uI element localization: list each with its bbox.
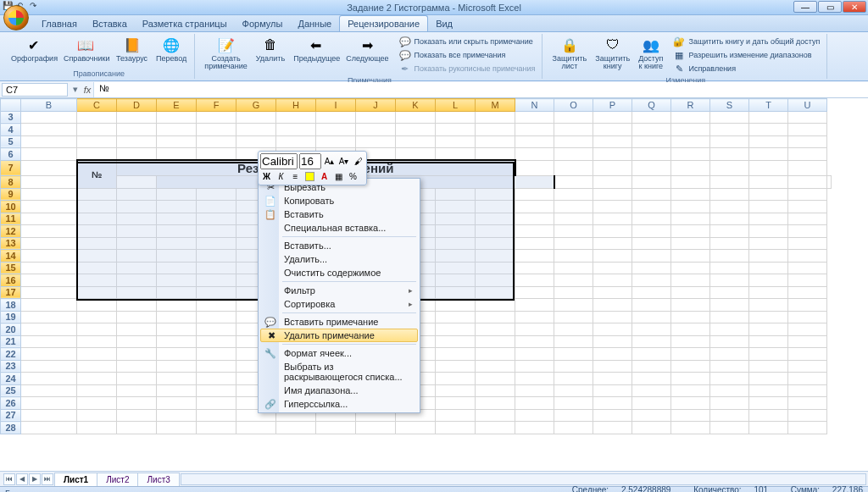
cell-C20[interactable] xyxy=(77,323,117,336)
cell-I28[interactable] xyxy=(316,422,356,434)
cell-J7[interactable] xyxy=(593,160,632,176)
cell-O24[interactable] xyxy=(554,373,593,385)
font-name-input[interactable] xyxy=(260,153,298,169)
cell-P9[interactable] xyxy=(593,188,632,201)
cell-L25[interactable] xyxy=(436,384,476,397)
cell-O9[interactable] xyxy=(554,188,593,201)
cell-S12[interactable] xyxy=(710,225,749,238)
cell-D11[interactable] xyxy=(117,213,157,225)
cell-O17[interactable] xyxy=(554,286,593,299)
cell-T27[interactable] xyxy=(749,409,788,422)
cell-F7[interactable] xyxy=(515,160,554,176)
cell-E26[interactable] xyxy=(157,397,197,410)
cell-F23[interactable] xyxy=(197,360,236,373)
row-9[interactable]: 9 xyxy=(1,188,21,201)
formula-input[interactable]: № xyxy=(93,82,868,97)
cell-E3[interactable] xyxy=(157,111,197,124)
cell-Q20[interactable] xyxy=(632,323,671,336)
cell-D6[interactable] xyxy=(117,148,157,161)
row-16[interactable]: 16 xyxy=(1,274,21,287)
cell-F25[interactable] xyxy=(197,384,236,397)
cell-Q5[interactable] xyxy=(632,135,671,148)
cell-Q8[interactable] xyxy=(749,176,788,189)
italic-button[interactable]: К xyxy=(275,170,287,183)
cell-D20[interactable] xyxy=(117,323,157,336)
name-box[interactable] xyxy=(2,83,68,97)
cell-L14[interactable] xyxy=(436,250,476,263)
cell-U5[interactable] xyxy=(788,135,827,148)
cell-D16[interactable] xyxy=(117,274,157,287)
cell-R15[interactable] xyxy=(671,262,710,274)
cell-U10[interactable] xyxy=(788,201,827,213)
bold-button[interactable]: Ж xyxy=(260,170,273,183)
cell-P18[interactable] xyxy=(593,299,632,312)
allow-ranges-button[interactable]: ▦ Разрешить изменение диапазонов xyxy=(671,48,821,62)
cell-B7[interactable] xyxy=(21,160,77,176)
cell-E21[interactable] xyxy=(157,335,197,348)
cell-I4[interactable] xyxy=(316,124,356,136)
sheet-nav-last[interactable]: ⏭ xyxy=(42,473,53,485)
cell-N21[interactable] xyxy=(515,335,554,348)
ctx-add-comment[interactable]: 💬Вставить примечание xyxy=(260,315,418,329)
cell-O26[interactable] xyxy=(554,397,593,410)
cell-T22[interactable] xyxy=(749,348,788,361)
col-E[interactable]: E xyxy=(157,99,197,112)
cell-T17[interactable] xyxy=(749,286,788,299)
cell-B22[interactable] xyxy=(21,348,77,361)
cell-Q9[interactable] xyxy=(632,188,671,201)
fx-icon[interactable]: fx xyxy=(81,85,93,95)
cell-R17[interactable] xyxy=(671,286,710,299)
cell-U12[interactable] xyxy=(788,225,827,238)
cell-D24[interactable] xyxy=(117,373,157,385)
ctx-paste-special[interactable]: Специальная вставка... xyxy=(260,221,418,235)
cell-R5[interactable] xyxy=(671,135,710,148)
cell-C7[interactable]: № xyxy=(77,160,117,188)
cell-F18[interactable] xyxy=(197,299,236,312)
show-ink-button[interactable]: ✒ Показать рукописные примечания xyxy=(398,62,537,75)
cell-L4[interactable] xyxy=(436,124,476,136)
cell-K4[interactable] xyxy=(396,124,436,136)
col-D[interactable]: D xyxy=(117,99,157,112)
cell-Q27[interactable] xyxy=(632,409,671,422)
cell-N13[interactable] xyxy=(515,237,554,250)
cell-T3[interactable] xyxy=(749,111,788,124)
cell-E6[interactable] xyxy=(157,148,197,161)
cell-I3[interactable] xyxy=(316,111,356,124)
cell-L22[interactable] xyxy=(436,348,476,361)
cell-O18[interactable] xyxy=(554,299,593,312)
cell-B17[interactable] xyxy=(21,286,77,299)
cell-U17[interactable] xyxy=(788,286,827,299)
cell-R14[interactable] xyxy=(671,250,710,263)
cell-T15[interactable] xyxy=(749,262,788,274)
ctx-delete[interactable]: Удалить... xyxy=(260,252,418,266)
cell-O15[interactable] xyxy=(554,262,593,274)
cell-R28[interactable] xyxy=(671,422,710,434)
cell-K28[interactable] xyxy=(396,422,436,434)
cell-N11[interactable] xyxy=(515,213,554,225)
ctx-delete-comment[interactable]: ✖Удалить примечание xyxy=(260,329,418,342)
cell-O8[interactable] xyxy=(710,176,749,189)
cell-F5[interactable] xyxy=(197,135,236,148)
cell-N18[interactable] xyxy=(515,299,554,312)
sheet-tab-1[interactable]: Лист1 xyxy=(54,473,97,486)
cell-F14[interactable] xyxy=(197,250,236,263)
cell-R11[interactable] xyxy=(671,213,710,225)
cell-S8[interactable] xyxy=(788,176,827,189)
cell-J5[interactable] xyxy=(356,135,396,148)
cell-F16[interactable] xyxy=(197,274,236,287)
cell-T6[interactable] xyxy=(749,148,788,161)
cell-P17[interactable] xyxy=(593,286,632,299)
cell-O3[interactable] xyxy=(554,111,593,124)
cell-C12[interactable] xyxy=(77,225,117,238)
row-4[interactable]: 4 xyxy=(1,124,21,136)
cell-Q11[interactable] xyxy=(632,213,671,225)
cell-B28[interactable] xyxy=(21,422,77,434)
cell-N25[interactable] xyxy=(515,384,554,397)
cell-E14[interactable] xyxy=(157,250,197,263)
cell-C13[interactable] xyxy=(77,237,117,250)
cell-P27[interactable] xyxy=(593,409,632,422)
col-F[interactable]: F xyxy=(197,99,236,112)
cell-Q21[interactable] xyxy=(632,335,671,348)
row-21[interactable]: 21 xyxy=(1,335,21,348)
cell-U24[interactable] xyxy=(788,373,827,385)
